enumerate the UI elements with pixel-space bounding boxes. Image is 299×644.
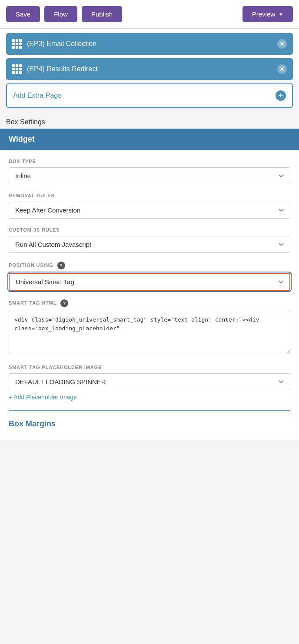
position-using-field: POSITION USING ? Universal Smart Tag CSS… (9, 262, 290, 291)
save-button[interactable]: Save (6, 6, 40, 22)
smart-tag-placeholder-select[interactable]: DEFAULT LOADING SPINNER None Custom (9, 373, 290, 390)
custom-js-select[interactable]: Run All Custom Javascript Run No Custom … (9, 236, 290, 253)
grid-icon-ep4 (12, 64, 22, 74)
removal-rules-field: REMOVAL RULES Keep After Conversion Remo… (9, 193, 290, 219)
widget-body: BOX TYPE Inline Popup Sidebar REMOVAL RU… (0, 150, 299, 440)
smart-tag-placeholder-field: SMART TAG PLACEHOLDER IMAGE DEFAULT LOAD… (9, 365, 290, 401)
close-ep3-button[interactable]: ✕ (277, 39, 287, 49)
add-placeholder-link[interactable]: + Add Placeholder Image (9, 394, 77, 401)
page-item-ep4-label: (EP4) Results Redirect (27, 65, 98, 73)
box-type-field: BOX TYPE Inline Popup Sidebar (9, 159, 290, 184)
smart-tag-placeholder-label: SMART TAG PLACEHOLDER IMAGE (9, 365, 290, 370)
flow-button[interactable]: Flow (44, 6, 77, 22)
box-settings-label: Box Settings (0, 112, 299, 129)
close-ep4-button[interactable]: ✕ (277, 64, 287, 74)
grid-icon-ep3 (12, 39, 22, 49)
position-using-label: POSITION USING ? (9, 262, 290, 269)
section-divider (9, 410, 290, 411)
smart-tag-html-field: SMART TAG HTML ? <div class="digioh_univ… (9, 299, 290, 356)
main-content: (EP3) Email Collection ✕ (EP4) Results R… (0, 29, 299, 440)
removal-rules-label: REMOVAL RULES (9, 193, 290, 198)
add-extra-page-label: Add Extra Page (13, 92, 62, 100)
page-list: (EP3) Email Collection ✕ (EP4) Results R… (0, 29, 299, 80)
custom-js-label: CUSTOM JS RULES (9, 227, 290, 232)
smart-tag-html-textarea[interactable]: <div class="digioh_universal_smart_tag" … (9, 311, 290, 354)
page-item-ep3[interactable]: (EP3) Email Collection ✕ (6, 33, 293, 55)
page-item-ep3-label: (EP3) Email Collection (27, 40, 96, 48)
position-using-help-icon[interactable]: ? (57, 262, 65, 269)
toolbar: Save Flow Publish Preview ▼ (0, 0, 299, 29)
widget-header: Widget (0, 129, 299, 150)
preview-caret-icon: ▼ (279, 12, 283, 17)
box-margins-header: Box Margins (9, 415, 290, 431)
box-type-select[interactable]: Inline Popup Sidebar (9, 167, 290, 184)
custom-js-field: CUSTOM JS RULES Run All Custom Javascrip… (9, 227, 290, 253)
box-type-label: BOX TYPE (9, 159, 290, 164)
add-extra-page-button[interactable]: Add Extra Page + (6, 83, 293, 108)
position-using-select[interactable]: Universal Smart Tag CSS Selector Manual (9, 273, 290, 291)
smart-tag-html-label: SMART TAG HTML ? (9, 299, 290, 307)
add-page-plus-icon: + (276, 90, 286, 101)
removal-rules-select[interactable]: Keep After Conversion Remove After Conve… (9, 202, 290, 219)
smart-tag-html-help-icon[interactable]: ? (60, 299, 68, 307)
page-item-ep4[interactable]: (EP4) Results Redirect ✕ (6, 58, 293, 80)
preview-button[interactable]: Preview ▼ (243, 6, 293, 22)
publish-button[interactable]: Publish (82, 6, 122, 22)
